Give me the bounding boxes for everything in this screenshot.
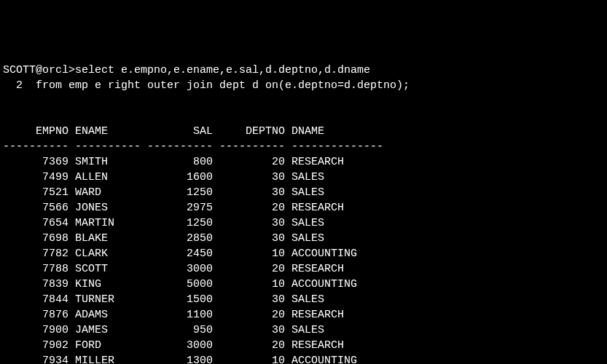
table-row: 7902 FORD 3000 20 RESEARCH (3, 338, 604, 353)
table-row: 7369 SMITH 800 20 RESEARCH (3, 154, 604, 170)
sql-statement-1: select e.empno,e.ename,e.sal,d.deptno,d.… (75, 64, 370, 76)
table-row: 7934 MILLER 1300 10 ACCOUNTING (3, 353, 604, 364)
column-headers: EMPNO ENAME SAL DEPTNO DNAME (3, 124, 604, 139)
result-rows: 7369 SMITH 800 20 RESEARCH 7499 ALLEN 16… (3, 154, 604, 364)
table-row: 7788 SCOTT 3000 20 RESEARCH (3, 261, 604, 277)
table-row: 7876 ADAMS 1100 20 RESEARCH (3, 307, 604, 323)
table-row: 7521 WARD 1250 30 SALES (3, 185, 604, 200)
sql-prompt-line-1: SCOTT@orcl>select e.empno,e.ename,e.sal,… (3, 63, 604, 78)
table-row: 7900 JAMES 950 30 SALES (3, 323, 604, 338)
sql-statement-2: from emp e right outer join dept d on(e.… (36, 79, 410, 92)
line-number-prefix: 2 (3, 79, 36, 92)
table-row: 7499 ALLEN 1600 30 SALES (3, 170, 604, 185)
sql-prompt-line-2: 2 from emp e right outer join dept d on(… (3, 78, 604, 93)
query-output: EMPNO ENAME SAL DEPTNO DNAME ---------- … (3, 124, 604, 364)
table-row: 7566 JONES 2975 20 RESEARCH (3, 200, 604, 215)
table-row: 7782 CLARK 2450 10 ACCOUNTING (3, 246, 604, 261)
table-row: 7654 MARTIN 1250 30 SALES (3, 215, 604, 231)
prompt-prefix: SCOTT@orcl> (3, 64, 75, 76)
table-row: 7839 KING 5000 10 ACCOUNTING (3, 277, 604, 292)
table-row: 7698 BLAKE 2850 30 SALES (3, 231, 604, 246)
column-separators: ---------- ---------- ---------- -------… (3, 139, 604, 154)
table-row: 7844 TURNER 1500 30 SALES (3, 292, 604, 307)
